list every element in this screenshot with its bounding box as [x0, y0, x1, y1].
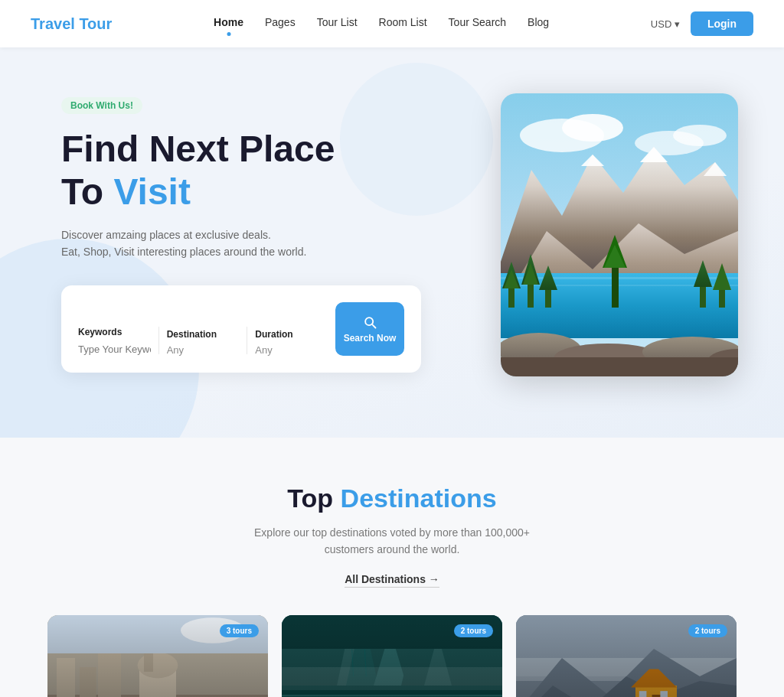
hero-image — [501, 93, 738, 376]
duration-label: Duration — [255, 329, 328, 340]
destination-field: Destination Any Europe Asia Africa Ameri… — [167, 329, 240, 356]
nav-pages[interactable]: Pages — [265, 16, 296, 31]
duration-field: Duration Any 1-3 Days 4-7 Days 1-2 Weeks… — [255, 329, 328, 356]
keywords-input[interactable] — [78, 344, 151, 355]
svg-rect-21 — [612, 262, 619, 308]
section-desc-line2: customers around the world. — [325, 543, 460, 555]
hero-scene-svg — [501, 93, 738, 376]
hero-title-visit: Visit — [113, 171, 191, 212]
card-badge-scandi: 2 tours — [688, 624, 727, 637]
search-btn-label: Search Now — [344, 333, 397, 344]
nav-home[interactable]: Home — [214, 16, 243, 31]
keywords-field: Keywords — [78, 327, 151, 356]
divider-2 — [247, 327, 247, 354]
svg-rect-16 — [528, 281, 534, 308]
hero-desc-line2: Eat, Shop, Visit interesting places arou… — [61, 246, 306, 258]
card-badge-europe: 3 tours — [220, 624, 259, 637]
dest-card-scandinavia[interactable]: 2 tours Scandinavia — [516, 615, 737, 697]
destinations-grid: 3 tours Western Europe — [47, 615, 737, 697]
section-title-blue: Destinations — [341, 484, 497, 513]
nav-right: USD ▾ Login — [651, 11, 753, 36]
nav-blog[interactable]: Blog — [528, 16, 549, 31]
login-button[interactable]: Login — [691, 11, 753, 36]
destinations-section: Top Destinations Explore our top destina… — [0, 438, 784, 697]
search-box: Keywords Destination Any Europe Asia Afr… — [61, 285, 421, 373]
logo-text-blue: Tour — [79, 15, 112, 32]
nav-room-list[interactable]: Room List — [379, 16, 427, 31]
hero-image-area — [501, 93, 738, 376]
duration-select[interactable]: Any 1-3 Days 4-7 Days 1-2 Weeks 2+ Weeks — [255, 344, 328, 356]
section-desc: Explore our top destinations voted by mo… — [46, 524, 738, 559]
hero-title: Find Next Place To Visit — [61, 128, 421, 212]
dest-card-south-africa[interactable]: 2 tours South Africa — [282, 615, 502, 697]
keywords-label: Keywords — [78, 327, 151, 337]
destination-label: Destination — [167, 329, 240, 340]
card-badge-africa: 2 tours — [454, 624, 493, 637]
nav-links: Home Pages Tour List Room List Tour Sear… — [214, 16, 549, 31]
svg-point-4 — [673, 125, 727, 146]
hero-content: Book With Us! Find Next Place To Visit D… — [61, 97, 421, 372]
book-badge: Book With Us! — [61, 97, 142, 114]
nav-tour-list[interactable]: Tour List — [317, 16, 358, 31]
currency-selector[interactable]: USD ▾ — [651, 18, 680, 30]
section-title-black: Top — [287, 484, 340, 513]
logo: Travel Tour — [31, 15, 112, 33]
nav-tour-search[interactable]: Tour Search — [449, 16, 506, 31]
all-destinations-link[interactable]: All Destinations → — [345, 573, 439, 588]
divider-1 — [158, 327, 159, 354]
hero-section: Book With Us! Find Next Place To Visit D… — [0, 47, 784, 438]
section-desc-line1: Explore our top destinations voted by mo… — [254, 526, 530, 539]
navbar: Travel Tour Home Pages Tour List Room Li… — [0, 0, 784, 47]
hero-desc: Discover amzaing places at exclusive dea… — [61, 226, 421, 261]
svg-point-2 — [562, 114, 623, 142]
svg-rect-32 — [501, 357, 738, 376]
logo-text-black: Travel — [31, 15, 79, 32]
section-title: Top Destinations — [46, 484, 738, 513]
destination-select[interactable]: Any Europe Asia Africa Americas — [167, 344, 240, 356]
search-icon — [362, 314, 377, 330]
hero-title-to: To — [61, 171, 113, 212]
hero-desc-line1: Discover amzaing places at exclusive dea… — [61, 229, 271, 241]
search-button[interactable]: Search Now — [335, 302, 404, 356]
hero-title-line1: Find Next Place — [61, 129, 335, 169]
dest-card-western-europe[interactable]: 3 tours Western Europe — [47, 615, 268, 697]
